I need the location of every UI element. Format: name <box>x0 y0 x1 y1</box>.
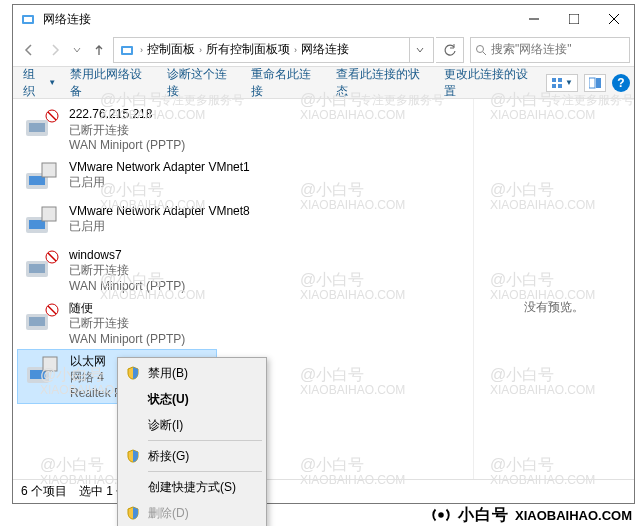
forward-button[interactable] <box>43 38 67 62</box>
svg-rect-10 <box>552 78 556 82</box>
close-button[interactable] <box>594 5 634 33</box>
svg-rect-7 <box>123 48 131 53</box>
network-disconnected-icon <box>21 246 61 286</box>
svg-rect-36 <box>43 357 57 371</box>
connection-device: WAN Miniport (PPTP) <box>69 279 185 295</box>
address-box[interactable]: › 控制面板 › 所有控制面板项 › 网络连接 <box>113 37 434 63</box>
maximize-button[interactable] <box>554 5 594 33</box>
connection-status: 已启用 <box>69 219 250 235</box>
titlebar: 网络连接 <box>13 5 634 33</box>
ctx-disable[interactable]: 禁用(B) <box>120 360 264 386</box>
connection-status: 已断开连接 <box>69 123 185 139</box>
no-preview-text: 没有预览。 <box>524 299 584 316</box>
chevron-down-icon: ▼ <box>565 78 573 87</box>
ctx-bridge[interactable]: 桥接(G) <box>120 443 264 469</box>
recent-dropdown[interactable] <box>69 38 85 62</box>
context-menu: 禁用(B) 状态(U) 诊断(I) 桥接(G) 创建快捷方式(S) 删除(D) … <box>117 357 267 526</box>
view-options-button[interactable]: ▼ <box>546 74 578 92</box>
breadcrumb-2[interactable]: 所有控制面板项 <box>206 41 290 58</box>
window-frame: 网络连接 › <box>12 4 635 504</box>
svg-rect-15 <box>596 78 601 88</box>
connection-item[interactable]: VMware Network Adapter VMnet1 已启用 <box>17 156 473 200</box>
svg-rect-13 <box>558 84 562 88</box>
search-placeholder: 搜索"网络连接" <box>491 41 572 58</box>
svg-rect-17 <box>29 123 45 132</box>
status-bar: 6 个项目 选中 1 个 <box>13 479 634 503</box>
app-icon <box>19 10 37 28</box>
crumb-sep-icon: › <box>294 45 297 55</box>
disable-device-button[interactable]: 禁用此网络设备 <box>64 62 158 104</box>
svg-rect-31 <box>29 317 45 326</box>
network-disconnected-icon <box>21 105 61 145</box>
help-button[interactable]: ? <box>612 74 630 92</box>
menu-separator <box>148 471 262 472</box>
window-title: 网络连接 <box>43 11 91 28</box>
crumb-sep-icon: › <box>199 45 202 55</box>
brand-cn: 小白号 <box>458 505 509 526</box>
ctx-status[interactable]: 状态(U) <box>120 386 264 412</box>
shield-icon <box>124 447 142 465</box>
svg-rect-1 <box>24 17 32 22</box>
svg-rect-11 <box>558 78 562 82</box>
breadcrumb-3[interactable]: 网络连接 <box>301 41 349 58</box>
view-status-button[interactable]: 查看此连接的状态 <box>330 62 436 104</box>
ctx-delete[interactable]: 删除(D) <box>120 500 264 526</box>
svg-point-37 <box>438 512 444 518</box>
ethernet-icon <box>22 352 62 392</box>
command-bar: 组织 ▼ 禁用此网络设备 诊断这个连接 重命名此连接 查看此连接的状态 更改此连… <box>13 67 634 99</box>
connection-name: 随便 <box>69 301 185 317</box>
ctx-create-shortcut[interactable]: 创建快捷方式(S) <box>120 474 264 500</box>
svg-rect-14 <box>589 78 595 88</box>
network-adapter-icon <box>21 202 61 242</box>
connection-status: 已启用 <box>69 175 250 191</box>
connection-name: VMware Network Adapter VMnet1 <box>69 160 250 176</box>
rename-button[interactable]: 重命名此连接 <box>245 62 328 104</box>
item-count: 6 个项目 <box>21 483 67 500</box>
connection-item[interactable]: windows7 已断开连接 WAN Miniport (PPTP) <box>17 244 473 297</box>
breadcrumb-1[interactable]: 控制面板 <box>147 41 195 58</box>
connection-name: VMware Network Adapter VMnet8 <box>69 204 250 220</box>
preview-pane: 没有预览。 <box>474 99 634 479</box>
search-input[interactable]: 搜索"网络连接" <box>470 37 630 63</box>
svg-rect-22 <box>42 163 56 177</box>
shield-icon <box>124 504 142 522</box>
connection-device: WAN Miniport (PPTP) <box>69 332 185 348</box>
chevron-down-icon: ▼ <box>48 78 56 87</box>
ctx-diagnose[interactable]: 诊断(I) <box>120 412 264 438</box>
connection-name: 222.76.215.218 <box>69 107 185 123</box>
back-button[interactable] <box>17 38 41 62</box>
network-adapter-icon <box>21 158 61 198</box>
connection-status: 已断开连接 <box>69 263 185 279</box>
connection-device: WAN Miniport (PPTP) <box>69 138 185 154</box>
preview-pane-button[interactable] <box>584 74 606 92</box>
up-button[interactable] <box>87 38 111 62</box>
address-dropdown[interactable] <box>409 38 429 62</box>
search-icon <box>475 44 487 56</box>
network-disconnected-icon <box>21 299 61 339</box>
svg-point-8 <box>477 45 484 52</box>
connection-item[interactable]: 222.76.215.218 已断开连接 WAN Miniport (PPTP) <box>17 103 473 156</box>
shield-icon <box>124 364 142 382</box>
connection-item[interactable]: VMware Network Adapter VMnet8 已启用 <box>17 200 473 244</box>
connection-name: windows7 <box>69 248 185 264</box>
change-settings-button[interactable]: 更改此连接的设置 <box>438 62 544 104</box>
diagnose-button[interactable]: 诊断这个连接 <box>161 62 244 104</box>
svg-rect-27 <box>29 264 45 273</box>
branding-footer: 小白号 XIAOBAIHAO.COM <box>430 504 632 526</box>
svg-rect-12 <box>552 84 556 88</box>
location-icon <box>118 41 136 59</box>
svg-rect-25 <box>42 207 56 221</box>
minimize-button[interactable] <box>514 5 554 33</box>
crumb-sep-icon: › <box>140 45 143 55</box>
menu-separator <box>148 440 262 441</box>
svg-line-9 <box>483 52 486 55</box>
brand-icon <box>430 504 452 526</box>
organize-button[interactable]: 组织 ▼ <box>17 62 62 104</box>
svg-rect-3 <box>569 14 579 24</box>
connection-item[interactable]: 随便 已断开连接 WAN Miniport (PPTP) <box>17 297 473 350</box>
refresh-button[interactable] <box>436 37 464 63</box>
brand-en: XIAOBAIHAO.COM <box>515 508 632 523</box>
connection-status: 已断开连接 <box>69 316 185 332</box>
